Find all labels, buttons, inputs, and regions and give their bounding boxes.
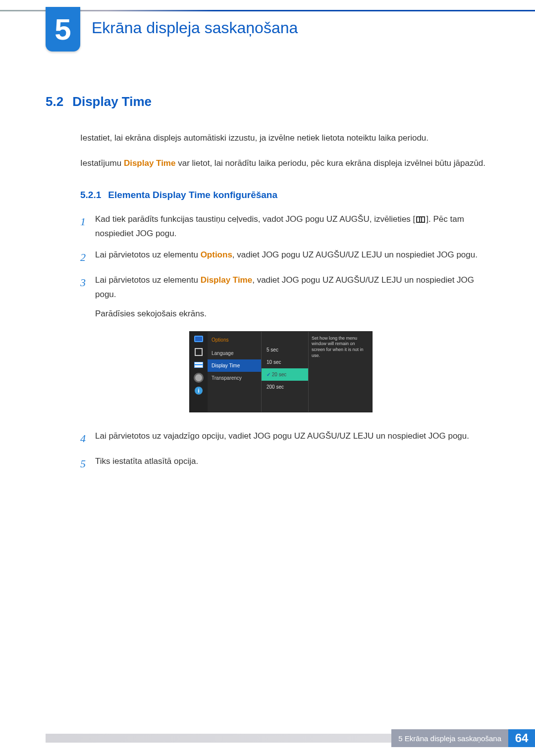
osd-screenshot: i Options Language Display Time Transpar… — [189, 331, 373, 412]
step-text: Lai pārvietotos uz elementu Options, vad… — [95, 248, 489, 266]
step-text: Lai pārvietotos uz elementu Display Time… — [95, 273, 489, 422]
highlight-options: Options — [201, 250, 232, 259]
step-1: 1 Kad tiek parādīts funkcijas taustiņu c… — [80, 212, 489, 241]
step-2: 2 Lai pārvietotos uz elementu Options, v… — [80, 248, 489, 266]
osd-menu-item: Language — [208, 347, 261, 359]
chapter-number-badge: 5 — [46, 7, 80, 51]
osd-menu-title: Options — [208, 335, 261, 347]
move-icon — [194, 348, 204, 356]
subsection-title: Elementa Display Time konfigurēšana — [108, 190, 277, 200]
osd-option: 200 sec — [262, 381, 308, 393]
osd-option-selected: 20 sec — [262, 368, 308, 381]
step-number: 2 — [80, 248, 95, 266]
step-text: Kad tiek parādīts funkcijas taustiņu ceļ… — [95, 212, 489, 241]
header-separator — [0, 10, 535, 11]
section-title: Display Time — [72, 94, 152, 109]
osd-menu-item: Transparency — [208, 372, 261, 384]
intro-paragraph-2: Iestatījumu Display Time var lietot, lai… — [80, 156, 489, 171]
highlight-display-time: Display Time — [124, 158, 176, 168]
osd-menu-column: Options Language Display Time Transparen… — [208, 332, 261, 412]
page-footer: 5 Ekrāna displeja saskaņošana 64 — [46, 729, 535, 747]
subsection-number: 5.2.1 — [80, 190, 101, 200]
step-4: 4 Lai pārvietotos uz vajadzīgo opciju, v… — [80, 429, 489, 448]
osd-description: Set how long the menu window will remain… — [309, 332, 372, 412]
step-3: 3 Lai pārvietotos uz elementu Display Ti… — [80, 273, 489, 422]
step-text: Lai pārvietotos uz vajadzīgo opciju, vad… — [95, 429, 489, 448]
chapter-title: Ekrāna displeja saskaņošana — [92, 19, 298, 37]
info-icon: i — [194, 386, 204, 395]
monitor-icon — [194, 335, 204, 344]
list-icon — [194, 360, 204, 369]
menu-icon — [416, 216, 425, 223]
step-subtext: Parādīsies sekojošais ekrāns. — [95, 307, 489, 321]
section-heading: 5.2Display Time — [46, 94, 489, 109]
page-number: 64 — [508, 729, 535, 747]
footer-chapter-label: 5 Ekrāna displeja saskaņošana — [391, 729, 508, 747]
osd-option: 5 sec — [262, 344, 308, 356]
footer-bar — [46, 734, 391, 743]
step-5: 5 Tiks iestatīta atlasītā opcija. — [80, 454, 489, 473]
gear-icon — [194, 373, 204, 382]
subsection-heading: 5.2.1Elementa Display Time konfigurēšana — [80, 190, 489, 201]
osd-icon-column: i — [190, 332, 208, 412]
step-list: 1 Kad tiek parādīts funkcijas taustiņu c… — [80, 212, 489, 473]
osd-options-column: 5 sec 10 sec 20 sec 200 sec — [261, 332, 309, 412]
osd-option: 10 sec — [262, 356, 308, 368]
section-number: 5.2 — [46, 94, 63, 109]
page-content: 5.2Display Time Iestatiet, lai ekrāna di… — [46, 94, 489, 480]
highlight-display-time: Display Time — [201, 275, 253, 285]
step-text: Tiks iestatīta atlasītā opcija. — [95, 454, 489, 473]
step-number: 5 — [80, 454, 95, 473]
step-number: 1 — [80, 212, 95, 241]
intro-paragraph-1: Iestatiet, lai ekrāna displejs automātis… — [80, 131, 489, 146]
step-number: 3 — [80, 273, 95, 422]
osd-menu-item-active: Display Time — [208, 359, 261, 372]
step-number: 4 — [80, 429, 95, 448]
